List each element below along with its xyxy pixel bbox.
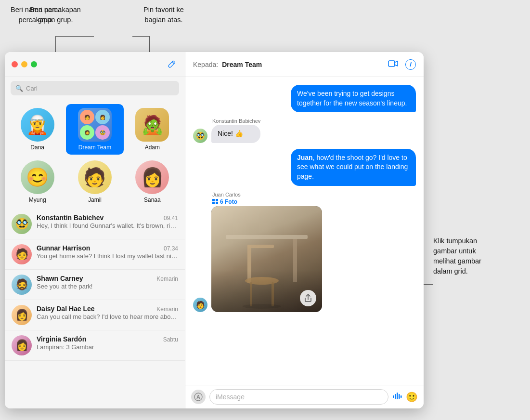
avatar-sanaa: 👩 [135,160,169,194]
svg-point-5 [245,277,279,285]
compose-button[interactable] [165,58,178,71]
avatar-konstantin-chat: 🥸 [193,129,207,143]
list-item[interactable]: 👩 Virginia Sardón Sabtu Lampiran: 3 Gamb… [5,330,185,361]
bubble-out: We've been trying to get designs togethe… [291,85,416,112]
conv-name: Virginia Sardón [37,335,86,343]
main-window: 🔍 Cari 🧝 Dana 🧑 👩 🧔 🥸 Dream Team [5,52,424,408]
annotation-label-group-name: Beri namapercakapan grup. [7,5,84,25]
chat-header: Kepada: Dream Team i [185,52,424,77]
pinned-name-myung: Myung [29,197,46,203]
emoji-button[interactable]: 🙂 [406,391,418,403]
list-item[interactable]: 🧔 Shawn Carney Kemarin See you at the pa… [5,270,185,300]
conv-content-virginia: Virginia Sardón Sabtu Lampiran: 3 Gambar [37,335,178,351]
svg-rect-13 [395,394,396,399]
svg-rect-7 [271,282,274,306]
avatar-myung: 😊 [21,160,54,194]
annotation-line-1h [55,36,94,37]
pinned-item-jamil[interactable]: 🧑 Jamil [66,157,123,207]
avatar-dana: 🧝 [21,108,54,142]
avatar-shawn: 🧔 [12,275,32,295]
pinned-contacts-row1: 🧝 Dana 🧑 👩 🧔 🥸 Dream Team 🧟 Ada [5,99,185,157]
pinned-name-adam: Adam [145,144,160,151]
minimize-button[interactable] [21,61,27,67]
message-photo-juan: 🧑 Juan Carlos 6 Foto [193,192,322,312]
chat-messages: We've been trying to get designs togethe… [185,77,424,385]
conv-name: Konstantin Babichev [37,214,103,222]
list-item[interactable]: 🧑 Gunnar Harrison 07.34 You get home saf… [5,239,185,270]
share-button[interactable] [300,290,316,306]
chat-header-to-label: Kepada: [193,61,218,68]
fullscreen-button[interactable] [31,61,37,67]
conv-content-shawn: Shawn Carney Kemarin See you at the park… [37,275,178,290]
info-icon[interactable]: i [405,59,416,70]
imessage-input[interactable]: iMessage [209,389,388,405]
pinned-item-sanaa[interactable]: 👩 Sanaa [124,157,181,207]
avatar-jamil: 🧑 [78,160,112,194]
input-placeholder: iMessage [216,393,245,401]
conv-preview: Lampiran: 3 Gambar [37,343,178,351]
search-icon: 🔍 [15,85,23,92]
svg-rect-6 [250,282,252,306]
chat-header-icons: i [388,59,416,70]
pinned-item-dream-team[interactable]: 🧑 👩 🧔 🥸 Dream Team [66,104,123,155]
svg-rect-12 [393,395,394,398]
bubble-out-2: Juan, how'd the shoot go? I'd love to se… [291,149,416,186]
svg-text:A: A [196,394,200,400]
photo-sender-name: Juan Carlos [212,192,322,197]
avatar-virginia: 👩 [12,335,32,355]
conv-time: 09.41 [164,215,178,222]
traffic-lights [12,61,37,67]
pinned-contacts-row2: 😊 Myung 🧑 Jamil 👩 Sanaa [5,157,185,209]
avatar-juan-chat: 🧑 [193,298,207,312]
photo-label: 6 Foto [212,198,322,205]
conv-name: Gunnar Harrison [37,244,90,252]
conv-preview: See you at the park! [37,283,178,290]
pinned-item-adam[interactable]: 🧟 Adam [124,104,181,155]
annotation-label-pin-favorite: Pin favorit kebagian atas. [125,5,202,25]
photo-content: Juan Carlos 6 Foto [211,192,322,312]
avatar-dream-team: 🧑 👩 🧔 🥸 [78,108,112,142]
chat-header-name: Dream Team [222,61,262,68]
annotation-label-photo-stack: Klik tumpukangambar untukmelihat gambard… [433,236,527,276]
message-outgoing-1: We've been trying to get designs togethe… [291,85,416,112]
svg-rect-14 [397,393,398,399]
pinned-name-dream-team: Dream Team [78,144,111,151]
avatar-konstantin: 🥸 [12,214,32,234]
sidebar: 🔍 Cari 🧝 Dana 🧑 👩 🧔 🥸 Dream Team [5,52,185,408]
conv-name: Daisy Dal Hae Lee [37,305,95,313]
photo-stack[interactable] [211,206,322,312]
conv-time: Kemarin [156,276,178,282]
avatar-daisy: 👩 [12,305,32,325]
pinned-item-dana[interactable]: 🧝 Dana [9,104,66,155]
list-item[interactable]: 👩 Daisy Dal Hae Lee Kemarin Can you call… [5,300,185,330]
conv-preview: Can you call me back? I'd love to hear m… [37,313,178,320]
conv-content-konstantin: Konstantin Babichev 09.41 Hey, I think I… [37,214,178,229]
close-button[interactable] [12,61,18,67]
sender-name-konstantin: Konstantin Babichev [212,118,260,124]
list-item[interactable]: 🥸 Konstantin Babichev 09.41 Hey, I think… [5,209,185,239]
avatar-gunnar: 🧑 [12,244,32,264]
titlebar [5,52,185,77]
conv-content-daisy: Daisy Dal Hae Lee Kemarin Can you call m… [37,305,178,320]
conv-preview: Hey, I think I found Gunnar's wallet. It… [37,222,178,229]
pinned-item-myung[interactable]: 😊 Myung [9,157,66,207]
svg-rect-15 [399,394,400,399]
conv-time: Sabtu [163,336,178,343]
app-store-button[interactable]: A [191,390,206,404]
annotation-line-2h [132,36,150,37]
pinned-name-sanaa: Sanaa [144,197,161,203]
avatar-adam: 🧟 [135,108,169,142]
pinned-name-dana: Dana [30,144,44,151]
conv-name: Shawn Carney [37,275,83,282]
conv-preview: You get home safe? I think I lost my wal… [37,252,178,260]
svg-point-8 [243,304,281,309]
video-call-icon[interactable] [388,60,399,69]
svg-rect-0 [388,61,395,66]
conversation-list: 🥸 Konstantin Babichev 09.41 Hey, I think… [5,209,185,408]
search-placeholder: Cari [26,85,38,92]
svg-rect-16 [401,395,402,398]
chat-area: Kepada: Dream Team i We've been trying t… [185,52,424,408]
search-bar[interactable]: 🔍 Cari [11,81,179,95]
audio-button[interactable] [392,392,402,403]
bubble-in-content: Konstantin Babichev Nice! 👍 [211,118,260,143]
